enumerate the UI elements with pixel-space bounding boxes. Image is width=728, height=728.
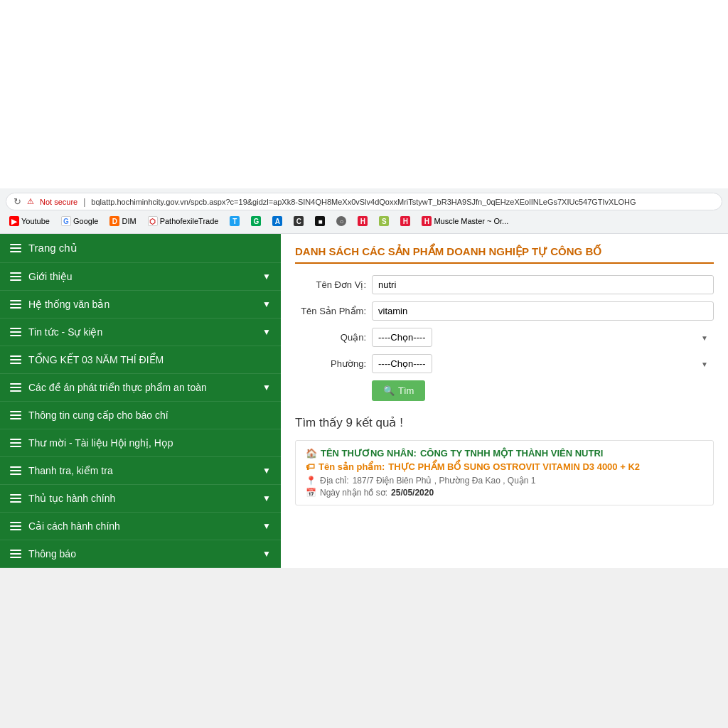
- menu-lines-icon-9: [10, 466, 21, 475]
- search-button[interactable]: 🔍 Tìm: [372, 380, 425, 401]
- sidebar-item-de-an[interactable]: Các đề án phát triển thực phẩm an toàn ▼: [0, 374, 281, 402]
- result-address: 📍 Địa chỉ: 187/7 Điện Biên Phủ , Phường …: [306, 476, 703, 486]
- url-display[interactable]: bqlattp.hochiminhcity.gov.vn/spcb.aspx?c…: [91, 198, 636, 206]
- bookmark-black[interactable]: ■: [311, 215, 328, 228]
- h1-icon: H: [358, 216, 368, 226]
- bookmark-dim-label: DIM: [122, 217, 136, 225]
- bookmark-muscle-master[interactable]: H Muscle Master ~ Or...: [418, 215, 512, 228]
- results-count: Tìm thấy 9 kết quả !: [295, 415, 714, 430]
- sidebar-thong-tin-label: Thông tin cung cấp cho báo chí: [28, 410, 168, 421]
- result-product: 🏷 Tên sản phẩm: THỰC PHẨM BỔ SUNG OSTROV…: [306, 461, 703, 472]
- form-row-quan: Quận: ----Chọn----: [295, 328, 714, 347]
- bookmark-h1[interactable]: H: [354, 215, 371, 228]
- black-icon: ■: [315, 216, 325, 226]
- search-form: Tên Đơn Vị: Tên Sản Phẩm: Quận: ----Chọn…: [295, 275, 714, 401]
- sidebar-thong-tin-content: Thông tin cung cấp cho báo chí: [10, 410, 168, 421]
- quan-select-wrapper: ----Chọn----: [372, 328, 714, 347]
- not-secure-indicator: ⚠: [27, 197, 34, 206]
- sidebar-item-tong-ket[interactable]: TỔNG KẾT 03 NĂM THÍ ĐIỂM: [0, 346, 281, 374]
- youtube-icon: ▶: [9, 216, 19, 226]
- dim-icon: D: [109, 216, 119, 226]
- sidebar-item-gioi-thieu[interactable]: Giới thiệu ▼: [0, 263, 281, 291]
- bookmark-g2[interactable]: G: [247, 215, 264, 228]
- address-bar[interactable]: ↻ ⚠ Not secure | bqlattp.hochiminhcity.g…: [6, 193, 722, 210]
- ten-don-vi-label: Tên Đơn Vị:: [295, 279, 366, 290]
- menu-lines-icon-5: [10, 355, 21, 364]
- bookmark-google[interactable]: G Google: [58, 215, 102, 228]
- sidebar-he-thong-label: Hệ thống văn bản: [28, 299, 109, 310]
- sidebar-thong-bao-label: Thông báo: [28, 548, 76, 560]
- sidebar-gioi-thieu-label: Giới thiệu: [28, 271, 73, 282]
- sidebar-item-thong-bao[interactable]: Thông báo ▼: [0, 540, 281, 568]
- form-row-ten-san-pham: Tên Sản Phẩm:: [295, 301, 714, 321]
- ten-don-vi-input[interactable]: [372, 275, 714, 294]
- address-value: 187/7 Điện Biên Phủ , Phường Đa Kao , Qu…: [353, 476, 536, 486]
- chevron-down-icon-8: ▼: [262, 549, 271, 559]
- bookmark-circle[interactable]: ○: [333, 215, 350, 228]
- page-title: DANH SÁCH CÁC SẢN PHẨM DOANH NGHIỆP TỰ C…: [295, 245, 714, 264]
- search-button-label: Tìm: [398, 385, 414, 396]
- h2-icon: H: [400, 216, 410, 226]
- muscle-master-icon: H: [422, 216, 432, 226]
- sidebar-item-thu-moi[interactable]: Thư mời - Tài liệu Hội nghị, Họp: [0, 429, 281, 457]
- chevron-down-icon-2: ▼: [262, 299, 271, 309]
- bookmark-google-label: Google: [73, 217, 98, 225]
- sidebar-cai-cach-content: Cải cách hành chính: [10, 520, 120, 532]
- sidebar-item-thanh-tra[interactable]: Thanh tra, kiểm tra ▼: [0, 457, 281, 485]
- bookmark-shop[interactable]: S: [375, 215, 392, 228]
- merchant-prefix: TÊN THƯƠNG NHÂN:: [321, 448, 417, 459]
- bookmark-c[interactable]: C: [290, 215, 307, 228]
- c-icon: C: [294, 216, 304, 226]
- menu-lines-icon-6: [10, 383, 21, 392]
- not-secure-label: Not secure: [40, 198, 77, 206]
- sidebar-item-trang-chu[interactable]: Trang chủ: [0, 234, 281, 263]
- phuong-select[interactable]: ----Chọn----: [372, 354, 432, 373]
- chevron-down-icon: ▼: [262, 272, 271, 282]
- g2-icon: G: [251, 216, 261, 226]
- reload-icon[interactable]: ↻: [14, 196, 21, 207]
- location-icon: 📍: [306, 476, 316, 486]
- sidebar-cai-cach-label: Cải cách hành chính: [28, 520, 120, 532]
- menu-lines-icon: [10, 244, 21, 252]
- sidebar-de-an-content: Các đề án phát triển thực phẩm an toàn: [10, 382, 207, 393]
- menu-lines-icon-7: [10, 411, 21, 419]
- chevron-down-icon-5: ▼: [262, 466, 271, 476]
- bookmark-pathofexile[interactable]: ⬡ PathofexileTrade: [144, 215, 223, 228]
- menu-lines-icon-4: [10, 328, 21, 336]
- sidebar-item-thong-tin[interactable]: Thông tin cung cấp cho báo chí: [0, 402, 281, 429]
- bookmark-dim[interactable]: D DIM: [106, 215, 139, 228]
- sidebar-item-he-thong-van-ban[interactable]: Hệ thống văn bản ▼: [0, 291, 281, 318]
- bookmark-youtube[interactable]: ▶ Youtube: [6, 215, 53, 228]
- bookmark-amex[interactable]: A: [269, 215, 286, 228]
- menu-lines-icon-12: [10, 550, 21, 558]
- sidebar-thu-tuc-content: Thủ tục hành chính: [10, 493, 115, 504]
- address-prefix: Địa chỉ:: [320, 476, 349, 486]
- circle-icon: ○: [336, 216, 346, 226]
- google-icon: G: [61, 216, 71, 226]
- sidebar-thu-tuc-label: Thủ tục hành chính: [28, 493, 115, 504]
- sidebar-item-tin-tuc[interactable]: Tin tức - Sự kiện ▼: [0, 318, 281, 346]
- menu-lines-icon-10: [10, 494, 21, 503]
- browser-chrome: ↻ ⚠ Not secure | bqlattp.hochiminhcity.g…: [0, 188, 728, 234]
- sidebar-item-cai-cach[interactable]: Cải cách hành chính ▼: [0, 513, 281, 540]
- result-item: 🏠 TÊN THƯƠNG NHÂN: CÔNG TY TNHH MỘT THÀN…: [295, 440, 714, 505]
- search-icon: 🔍: [383, 385, 395, 396]
- bookmark-muscle-master-label: Muscle Master ~ Or...: [434, 217, 508, 225]
- sidebar-thu-moi-content: Thư mời - Tài liệu Hội nghị, Họp: [10, 437, 173, 449]
- sidebar: Trang chủ Giới thiệu ▼ Hệ thống văn bản …: [0, 234, 281, 568]
- calendar-icon: 📅: [306, 488, 316, 498]
- merchant-name: CÔNG TY TNHH MỘT THÀNH VIÊN NUTRI: [420, 448, 603, 459]
- ten-san-pham-input[interactable]: [372, 301, 714, 321]
- chevron-down-icon-7: ▼: [262, 521, 271, 531]
- result-date: 📅 Ngày nhận hồ sơ: 25/05/2020: [306, 488, 703, 498]
- sidebar-item-thu-tuc[interactable]: Thủ tục hành chính ▼: [0, 485, 281, 513]
- shop-icon: S: [379, 216, 389, 226]
- quan-select[interactable]: ----Chọn----: [372, 328, 432, 347]
- sidebar-thong-bao-content: Thông báo: [10, 548, 76, 560]
- main-layout: Trang chủ Giới thiệu ▼ Hệ thống văn bản …: [0, 234, 728, 568]
- phuong-select-wrapper: ----Chọn----: [372, 354, 714, 373]
- result-merchant: 🏠 TÊN THƯƠNG NHÂN: CÔNG TY TNHH MỘT THÀN…: [306, 448, 703, 459]
- bookmark-h2[interactable]: H: [397, 215, 414, 228]
- product-prefix: Tên sản phẩm:: [318, 461, 385, 472]
- bookmark-tw[interactable]: T: [226, 215, 243, 228]
